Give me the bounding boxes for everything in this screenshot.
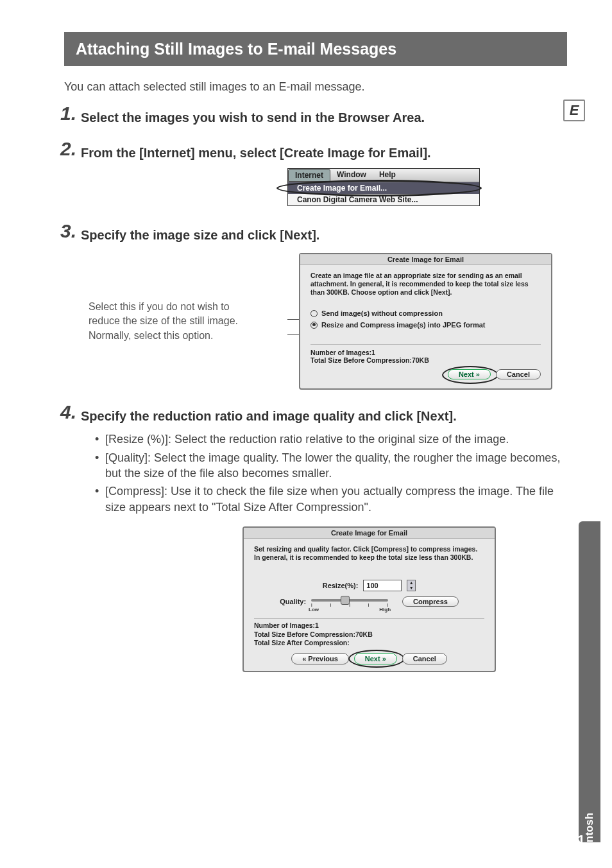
step-1-number: 1. [60, 103, 76, 125]
slider-high-label: High [379, 607, 391, 612]
info-number-images: Number of Images:1 [254, 621, 484, 630]
resize-stepper[interactable]: ▲ ▼ [407, 580, 416, 591]
info-number-images: Number of Images:1 [310, 349, 541, 356]
menu-tab-help[interactable]: Help [373, 169, 402, 182]
intro-text: You can attach selected still images to … [64, 80, 567, 94]
bullet-resize: [Resize (%)]: Select the reduction ratio… [95, 431, 567, 447]
radio-icon [310, 310, 318, 317]
radio-checked-icon [310, 322, 318, 329]
next-button[interactable]: Next » [448, 369, 491, 379]
resize-label: Resize(%): [323, 582, 359, 589]
bullet-compress: [Compress]: Use it to check the file siz… [95, 483, 567, 515]
step-3-heading: Specify the image size and click [Next]. [81, 225, 567, 244]
chevron-up-icon: ▲ [407, 580, 415, 586]
step-2-number: 2. [60, 138, 76, 160]
next-button[interactable]: Next » [354, 653, 397, 664]
step-4-heading: Specify the reduction ratio and image qu… [81, 406, 567, 425]
dialog-title: Create Image for Email [244, 528, 495, 539]
menu-screenshot: Internet Window Help Create Image for Em… [287, 168, 480, 206]
step-3-number: 3. [60, 220, 76, 242]
menu-item-create-image[interactable]: Create Image for Email... [288, 182, 479, 194]
cancel-button[interactable]: Cancel [402, 653, 447, 664]
menu-item-canon-site[interactable]: Canon Digital Camera Web Site... [288, 194, 479, 205]
create-image-dialog-2: Create Image for Email Set resizing and … [242, 526, 496, 672]
dialog-description: Set resizing and quality factor. Click [… [254, 545, 484, 562]
option-label: Resize and Compress image(s) into JPEG f… [321, 321, 486, 329]
slider-low-label: Low [309, 607, 319, 612]
menu-tab-window[interactable]: Window [330, 169, 373, 182]
section-title: Attaching Still Images to E-mail Message… [64, 32, 567, 66]
chevron-down-icon: ▼ [407, 586, 415, 591]
page-number: 81 [570, 832, 585, 849]
step-4-number: 4. [60, 401, 76, 423]
quality-slider[interactable]: ||||| Low High [311, 595, 388, 608]
info-size-after: Total Size After Compression: [254, 639, 484, 648]
create-image-dialog-1: Create Image for Email Create an image f… [299, 253, 552, 390]
quality-label: Quality: [280, 598, 306, 605]
option-label: Send image(s) without compression [321, 309, 443, 317]
option-send-without-compression[interactable]: Send image(s) without compression [310, 309, 541, 317]
side-tab: Macintosh [579, 521, 600, 842]
side-tab-label: Macintosh [583, 790, 596, 867]
info-size-before: Total Size Before Compression:70KB [254, 630, 484, 639]
bullet-quality: [Quality]: Select the image quality. The… [95, 450, 567, 482]
dialog-description: Create an image file at an appropriate s… [310, 272, 541, 297]
step-1-heading: Select the images you wish to send in th… [81, 108, 567, 126]
option-resize-and-compress[interactable]: Resize and Compress image(s) into JPEG f… [310, 321, 541, 329]
slider-track-icon [311, 599, 388, 602]
menu-item-label: Create Image for Email... [297, 184, 387, 193]
annotation-text: Select this if you do not wish to reduce… [89, 300, 287, 343]
cancel-button[interactable]: Cancel [496, 369, 541, 379]
dialog-title: Create Image for Email [300, 254, 551, 265]
compress-button[interactable]: Compress [402, 596, 459, 607]
previous-button[interactable]: « Previous [291, 653, 349, 664]
step-2-heading: From the [Internet] menu, select [Create… [81, 143, 567, 162]
info-size-before: Total Size Before Compression:70KB [310, 356, 541, 364]
menu-tab-internet[interactable]: Internet [288, 169, 330, 182]
resize-input[interactable]: 100 [363, 580, 402, 591]
